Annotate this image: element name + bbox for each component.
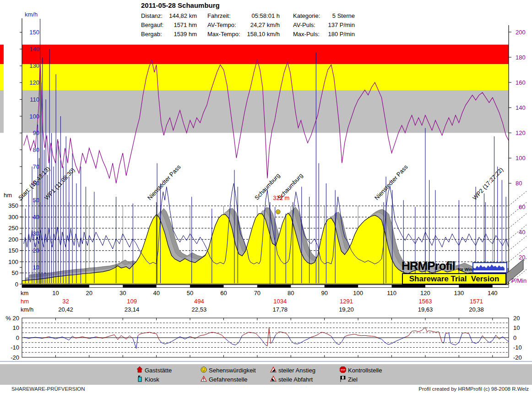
km-tick-label: 70 xyxy=(254,290,261,296)
hrmprofil-logo xyxy=(472,262,507,273)
hm-tick-label: 300 xyxy=(8,214,18,221)
km-tick-label: 130 xyxy=(454,290,464,296)
legend-label: Gefahrenstelle xyxy=(209,376,248,383)
hm-tick-label: 0 xyxy=(15,281,18,288)
house-icon xyxy=(136,366,143,373)
pulse-tick-label: 80 xyxy=(516,180,522,187)
cup-icon xyxy=(136,376,143,382)
pulse-tick-label: 200 xyxy=(516,29,526,36)
legend-item-smiley: Sehenswürdigkeit xyxy=(201,366,207,374)
pulse-tick-label: 140 xyxy=(516,104,526,111)
hm-tick-label: 200 xyxy=(8,236,18,243)
cumulative-climb-value: 1034 xyxy=(273,298,287,305)
svg-text:STOP: STOP xyxy=(341,369,345,371)
legend: GaststätteSehenswürdigkeitsteiler Anstie… xyxy=(0,364,532,385)
km-scale-bar-segment xyxy=(392,285,425,288)
avg-speed-value: 20,38 xyxy=(469,306,484,313)
km-tick-label: 20 xyxy=(86,290,92,296)
km-scale-bar-segment xyxy=(123,285,156,288)
poi-smiley-icon xyxy=(276,210,280,214)
stop-icon: STOP xyxy=(340,366,346,373)
footer-shareware-note: SHAREWARE-PRÜFVERSION xyxy=(11,386,85,392)
gradient-left-label: -10 xyxy=(11,344,19,351)
gradient-left-label: 0 xyxy=(16,334,19,341)
cumulative-climb-value: 1571 xyxy=(470,298,483,305)
legend-label: Gaststätte xyxy=(145,367,172,374)
legend-item-ascent: steiler Anstieg xyxy=(270,366,277,374)
kmh-tick-label: 150 xyxy=(29,29,39,36)
avg-speed-value: 23,14 xyxy=(125,306,140,313)
legend-label: Kiosk xyxy=(145,376,159,383)
cumulative-climb-value: 1291 xyxy=(340,298,353,305)
hm-tick-label: 50 xyxy=(12,269,18,276)
shareware-trial-banner: Shareware Trial Version xyxy=(402,273,506,285)
gradient-right-label: -20 xyxy=(513,354,522,361)
legend-label: steiler Anstieg xyxy=(278,367,315,374)
hm-tick-label: 150 xyxy=(8,247,18,254)
kmh-tick-label: 120 xyxy=(29,79,39,86)
cumulative-climb-value: 32 xyxy=(62,298,69,305)
kmh-tick-label: 10 xyxy=(33,264,39,271)
legend-item-warning: Gefahrenstelle xyxy=(201,376,207,383)
kmh-tick-label: 30 xyxy=(33,230,39,237)
row-header-km: km xyxy=(21,290,28,296)
km-tick-label: 60 xyxy=(220,290,227,296)
kmh-tick-label: 90 xyxy=(33,129,39,136)
km-tick-label: 10 xyxy=(52,290,59,296)
gradient-right-label: -10 xyxy=(513,344,522,351)
kmh-tick-label: 40 xyxy=(33,214,39,221)
gradient-right-label: 20 xyxy=(513,315,520,322)
km-tick-label: 140 xyxy=(488,290,498,296)
kmh-tick-label: 110 xyxy=(30,96,39,103)
gradient-right-label: 10 xyxy=(513,324,520,331)
kmh-tick-label: 70 xyxy=(33,163,39,170)
pulse-tick-label-3d: 40 xyxy=(519,229,525,236)
hrmprofil-watermark: HRMProfil xyxy=(402,259,455,273)
hm-tick-label: 100 xyxy=(8,258,18,265)
kmh-tick-label: 100 xyxy=(29,113,39,120)
avg-speed-value: 19,63 xyxy=(418,306,433,313)
warning-icon xyxy=(201,376,207,382)
cumulative-climb-value: 1563 xyxy=(418,298,432,305)
gray-zone-edge xyxy=(0,90,4,133)
km-tick-label: 40 xyxy=(153,290,159,296)
gradient-segment xyxy=(368,336,371,336)
km-scale-bar-segment xyxy=(22,285,89,288)
red-zone xyxy=(22,45,509,65)
red-zone-edge xyxy=(0,45,4,65)
km-tick-label: 90 xyxy=(321,290,327,296)
cumulative-climb-value: 109 xyxy=(127,298,137,305)
cumulative-climb-value: 494 xyxy=(194,298,204,305)
legend-item-house: Gaststätte xyxy=(136,366,143,374)
avg-speed-value: 20,42 xyxy=(58,306,73,313)
km-tick-label: 50 xyxy=(187,290,193,296)
kmh-tick-label: 130 xyxy=(29,62,39,69)
gradient-left-label: -20 xyxy=(11,354,19,361)
pulse-tick-label: 180 xyxy=(516,54,526,61)
pulse-tick-label: 160 xyxy=(516,79,526,86)
legend-item-flag: Ziel xyxy=(340,376,346,383)
depth-gridline xyxy=(509,236,527,251)
km-scale-bar-segment xyxy=(190,285,223,288)
profile-chart: 1020304050607080901001101201301401500501… xyxy=(0,0,532,363)
gradient-right-label: 0 xyxy=(513,334,516,341)
hrmprofil-report: { "title": "2011-05-28 Schaumburg", "sta… xyxy=(0,0,532,393)
gradient-segment xyxy=(371,336,375,337)
km-tick-label: 80 xyxy=(288,290,294,296)
avg-speed-value: 19,20 xyxy=(339,306,354,313)
pulse-tick-label: 100 xyxy=(516,155,526,162)
yellow-zone xyxy=(22,64,509,90)
legend-item-stop: STOPKontrollstelle xyxy=(340,366,346,374)
row-header-hm: hm xyxy=(21,298,29,305)
yellow-zone-edge xyxy=(0,64,4,90)
km-scale-bar-segment xyxy=(325,285,358,288)
pulse-tick-label: 120 xyxy=(516,129,526,136)
descent-icon xyxy=(270,376,277,382)
avg-speed-value: 22,53 xyxy=(192,306,207,313)
kmh-tick-label: 80 xyxy=(33,146,39,153)
footer-credit: Profil created by HRMProfil (c) 98-2008 … xyxy=(418,386,529,392)
gradient-left-label: % 20 xyxy=(5,315,19,322)
km-tick-label: 110 xyxy=(387,290,396,296)
gradient-left-label: 10 xyxy=(13,324,19,331)
kmh-tick-label: 140 xyxy=(29,46,39,53)
